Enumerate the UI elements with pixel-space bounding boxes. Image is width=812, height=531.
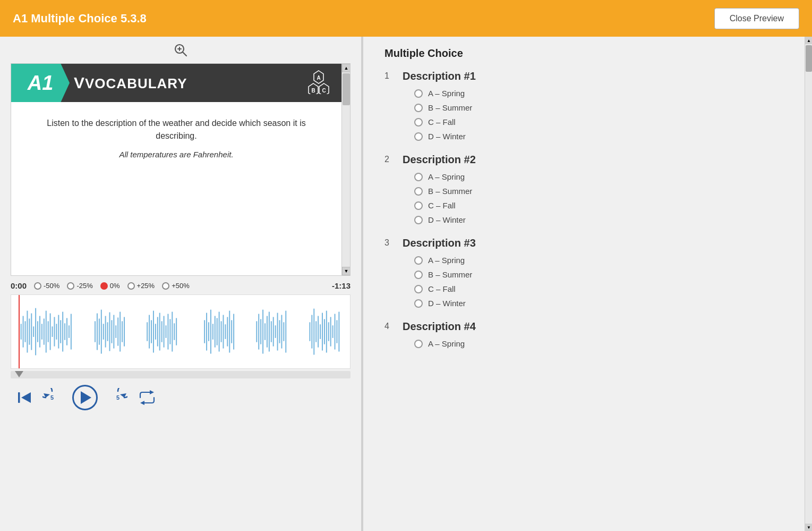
svg-rect-29	[60, 320, 61, 343]
svg-rect-63	[174, 323, 175, 340]
right-scrollbar[interactable]: ▲ ▼	[805, 37, 812, 531]
option-radio-1-c[interactable]	[414, 118, 423, 127]
slide-body: Listen to the description of the weather…	[11, 102, 341, 170]
svg-rect-26	[54, 317, 55, 346]
svg-text:5: 5	[116, 394, 119, 401]
svg-rect-24	[50, 314, 51, 350]
play-button[interactable]	[72, 385, 98, 410]
svg-rect-90	[277, 313, 278, 351]
speed-minus25[interactable]: -25%	[67, 282, 92, 290]
svg-rect-58	[164, 316, 165, 347]
skip-to-start-button[interactable]	[16, 390, 32, 406]
svg-rect-98	[315, 321, 317, 342]
svg-rect-31	[64, 323, 65, 340]
svg-rect-39	[103, 324, 104, 340]
svg-text:A: A	[317, 75, 320, 81]
slide-scrollbar[interactable]: ▲ ▼	[341, 64, 350, 275]
option-item-3-d[interactable]: D – Winter	[414, 299, 791, 308]
option-radio-1-d[interactable]	[414, 132, 423, 141]
close-preview-button[interactable]: Close Preview	[714, 8, 799, 29]
svg-rect-32	[66, 318, 67, 345]
forward-5-button[interactable]: 5	[108, 388, 127, 407]
loop-button[interactable]	[138, 390, 156, 405]
svg-rect-49	[124, 317, 125, 346]
svg-rect-25	[52, 326, 53, 337]
option-item-3-b[interactable]: B – Summer	[414, 270, 791, 279]
option-item-1-b[interactable]: B – Summer	[414, 103, 791, 112]
question-number-1: 1	[384, 70, 395, 81]
option-radio-4-a[interactable]	[414, 340, 423, 348]
option-item-3-c[interactable]: C – Fall	[414, 284, 791, 293]
svg-rect-53	[153, 311, 154, 353]
speed-plus25-radio[interactable]	[127, 282, 135, 290]
right-scroll-up[interactable]: ▲	[805, 37, 812, 44]
svg-rect-18	[37, 321, 38, 342]
right-scrollbar-thumb[interactable]	[806, 45, 812, 72]
progress-bar[interactable]	[11, 371, 351, 378]
svg-rect-10	[21, 324, 22, 340]
question-label-4: Description #4	[403, 321, 476, 333]
option-item-2-d[interactable]: D – Winter	[414, 215, 791, 224]
option-radio-2-a[interactable]	[414, 173, 423, 181]
option-item-3-a[interactable]: A – Spring	[414, 256, 791, 265]
option-item-2-a[interactable]: A – Spring	[414, 172, 791, 181]
speed-minus50-radio[interactable]	[34, 282, 41, 290]
zoom-icon[interactable]	[174, 43, 187, 60]
slide-scroll-up[interactable]: ▲	[342, 64, 351, 72]
speed-0-radio[interactable]	[100, 282, 108, 290]
speed-0[interactable]: 0%	[100, 282, 120, 290]
option-label-2-d: D – Winter	[428, 215, 466, 224]
svg-rect-57	[161, 321, 163, 342]
option-radio-3-b[interactable]	[414, 271, 423, 279]
svg-rect-87	[271, 321, 272, 342]
speed-plus50-radio[interactable]	[162, 282, 169, 290]
svg-rect-45	[115, 325, 116, 338]
right-scroll-down[interactable]: ▼	[805, 524, 812, 531]
svg-rect-70	[215, 316, 216, 347]
svg-rect-84	[264, 323, 266, 340]
option-item-2-c[interactable]: C – Fall	[414, 201, 791, 210]
rewind-5-button[interactable]: 5	[42, 388, 62, 407]
svg-rect-101	[322, 313, 323, 351]
slide-scrollbar-thumb[interactable]	[343, 73, 350, 105]
speed-plus50[interactable]: +50%	[162, 282, 190, 290]
svg-rect-110	[18, 392, 20, 403]
svg-rect-60	[167, 314, 168, 349]
svg-rect-37	[99, 318, 100, 344]
svg-rect-91	[279, 320, 280, 343]
svg-rect-19	[39, 316, 40, 347]
speed-minus50[interactable]: -50%	[34, 282, 59, 290]
option-item-1-c[interactable]: C – Fall	[414, 117, 791, 127]
option-label-3-c: C – Fall	[428, 284, 456, 293]
abc-icon: A B C	[306, 70, 331, 96]
option-radio-1-b[interactable]	[414, 104, 423, 112]
option-item-4-a[interactable]: A – Spring	[414, 339, 791, 348]
svg-rect-104	[328, 322, 329, 341]
option-item-1-a[interactable]: A – Spring	[414, 89, 791, 98]
waveform-area[interactable]	[11, 294, 351, 369]
option-radio-2-d[interactable]	[414, 216, 423, 224]
progress-handle[interactable]	[15, 371, 23, 377]
question-number-2: 2	[384, 154, 395, 164]
option-label-1-c: C – Fall	[428, 117, 456, 127]
svg-rect-42	[109, 313, 110, 351]
svg-rect-66	[206, 313, 207, 351]
option-radio-1-a[interactable]	[414, 89, 423, 98]
question-number-3: 3	[384, 237, 395, 248]
svg-rect-67	[208, 322, 209, 341]
slide-scroll-down[interactable]: ▼	[342, 267, 351, 275]
option-item-2-b[interactable]: B – Summer	[414, 187, 791, 196]
option-radio-3-c[interactable]	[414, 285, 423, 293]
option-radio-2-c[interactable]	[414, 201, 423, 210]
slide-description: Listen to the description of the weather…	[32, 117, 320, 142]
transport-controls: 5 5	[11, 385, 351, 410]
option-item-1-d[interactable]: D – Winter	[414, 132, 791, 141]
speed-minus25-radio[interactable]	[67, 282, 74, 290]
option-radio-3-d[interactable]	[414, 299, 423, 308]
svg-rect-17	[35, 308, 36, 356]
question-block-2: 2Description #2A – SpringB – SummerC – F…	[384, 154, 791, 224]
option-radio-3-a[interactable]	[414, 256, 423, 265]
speed-plus25[interactable]: +25%	[127, 282, 155, 290]
app-header: A1 Multiple Choice 5.3.8 Close Preview	[0, 0, 812, 37]
option-radio-2-b[interactable]	[414, 187, 423, 196]
